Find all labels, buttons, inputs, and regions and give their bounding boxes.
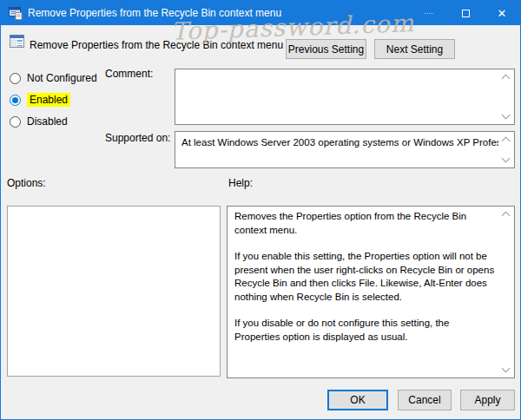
close-button[interactable]: ✕ bbox=[484, 1, 520, 25]
policy-setting-icon bbox=[10, 35, 24, 49]
scroll-up-icon[interactable] bbox=[502, 75, 511, 83]
scroll-down-icon[interactable] bbox=[502, 364, 511, 373]
radio-label-enabled: Enabled bbox=[27, 93, 70, 107]
radio-circle-not-configured[interactable] bbox=[10, 73, 21, 84]
options-panel[interactable] bbox=[7, 206, 221, 377]
radio-circle-disabled[interactable] bbox=[10, 116, 21, 128]
minimize-icon bbox=[425, 13, 433, 14]
next-setting-button[interactable]: Next Setting bbox=[374, 39, 455, 59]
previous-setting-button[interactable]: Previous Setting bbox=[286, 39, 366, 59]
scroll-down-icon[interactable] bbox=[502, 111, 511, 120]
minimize-button bbox=[411, 1, 447, 25]
app-icon bbox=[9, 6, 23, 20]
options-label: Options: bbox=[7, 177, 46, 189]
help-text: Removes the Properties option from the R… bbox=[234, 210, 497, 357]
maximize-icon bbox=[462, 10, 470, 17]
radio-not-configured[interactable]: Not Configured bbox=[10, 71, 97, 85]
cancel-button[interactable]: Cancel bbox=[398, 390, 452, 410]
help-panel[interactable]: Removes the Properties option from the R… bbox=[227, 206, 515, 378]
radio-label-not-configured: Not Configured bbox=[27, 72, 97, 84]
close-icon: ✕ bbox=[498, 8, 507, 19]
radio-circle-enabled[interactable] bbox=[10, 95, 21, 106]
scroll-up-icon[interactable] bbox=[502, 137, 511, 146]
scroll-down-icon[interactable] bbox=[502, 154, 511, 163]
supported-on-value: At least Windows Server 2003 operating s… bbox=[181, 137, 498, 148]
ok-button[interactable]: OK bbox=[327, 390, 388, 410]
scroll-up-icon[interactable] bbox=[502, 212, 511, 220]
group-policy-setting-dialog: Remove Properties from the Recycle Bin c… bbox=[0, 0, 521, 420]
help-label: Help: bbox=[228, 177, 253, 189]
help-paragraph: Removes the Properties option from the R… bbox=[234, 210, 497, 237]
caption-buttons: ✕ bbox=[411, 1, 520, 25]
apply-button[interactable]: Apply bbox=[460, 390, 515, 410]
supported-on-label: Supported on: bbox=[105, 132, 170, 144]
window-title: Remove Properties from the Recycle Bin c… bbox=[28, 7, 281, 19]
radio-disabled[interactable]: Disabled bbox=[10, 115, 68, 128]
radio-enabled[interactable]: Enabled bbox=[10, 93, 70, 107]
setting-title: Remove Properties from the Recycle Bin c… bbox=[30, 39, 283, 51]
comment-field[interactable] bbox=[175, 69, 515, 125]
comment-label: Comment: bbox=[105, 68, 153, 80]
radio-label-disabled: Disabled bbox=[27, 115, 68, 128]
help-paragraph: If you enable this setting, the Properti… bbox=[234, 250, 497, 304]
titlebar: Remove Properties from the Recycle Bin c… bbox=[1, 1, 520, 25]
maximize-button[interactable] bbox=[447, 1, 484, 25]
help-paragraph: If you disable or do not configure this … bbox=[234, 317, 497, 344]
supported-on-field[interactable]: At least Windows Server 2003 operating s… bbox=[175, 131, 515, 168]
